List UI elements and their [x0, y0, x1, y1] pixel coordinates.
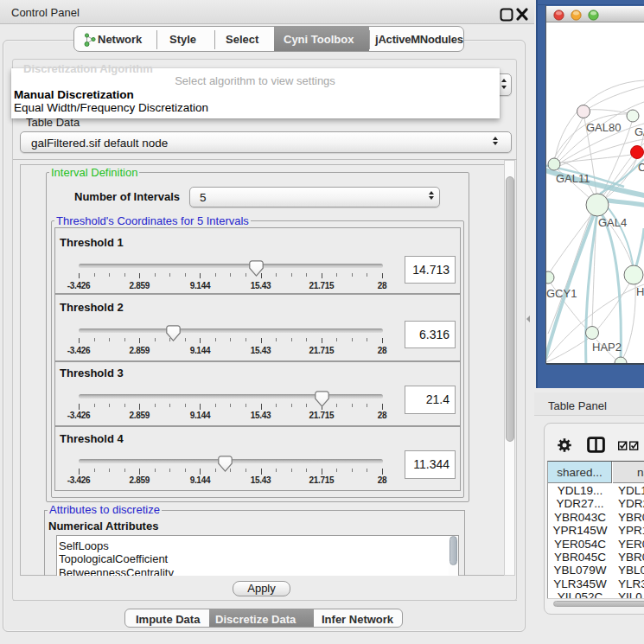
svg-text:H: H: [636, 285, 644, 298]
svg-text:GCY1: GCY1: [546, 287, 577, 300]
svg-text:GA: GA: [634, 125, 644, 138]
svg-text:C: C: [638, 161, 644, 174]
svg-text:GAL4: GAL4: [598, 216, 627, 229]
svg-text:HAP2: HAP2: [592, 341, 622, 354]
svg-text:GAL11: GAL11: [556, 172, 590, 185]
svg-text:GAL80: GAL80: [586, 121, 621, 134]
